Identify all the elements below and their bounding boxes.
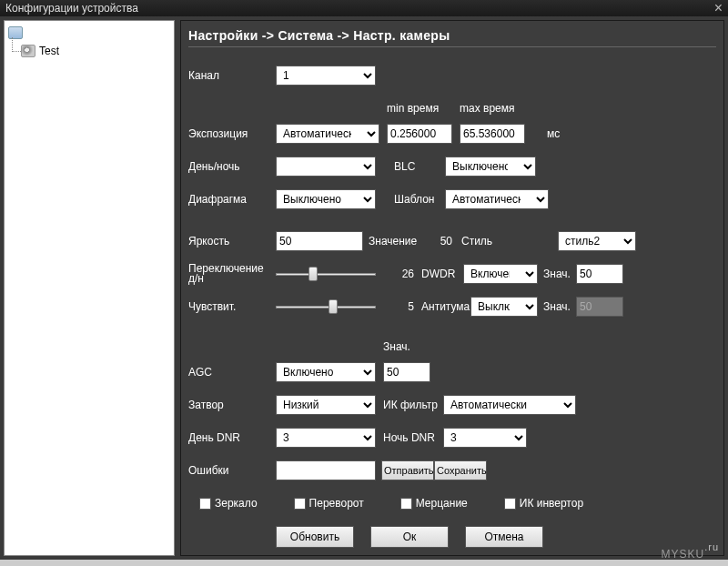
- tree-item-label: Test: [39, 45, 59, 57]
- switch-dn-slider[interactable]: [276, 264, 376, 284]
- label-switch-dn: Переключение д/н: [188, 264, 276, 284]
- label-value: Значение: [369, 235, 423, 248]
- style-select[interactable]: стиль2: [558, 231, 636, 251]
- tree-item-test[interactable]: Test: [8, 43, 170, 59]
- ir-invert-checkbox[interactable]: ИК инвертор: [504, 497, 583, 510]
- max-time-input[interactable]: [460, 124, 525, 144]
- titlebar: Конфигурации устройства ×: [0, 0, 728, 16]
- agc-val-input[interactable]: [383, 362, 430, 382]
- window-title: Конфигурации устройства: [5, 2, 138, 15]
- label-antifog-val: Знач.: [543, 300, 576, 313]
- camera-settings-form: Канал 1 min время max время Экспозиция А…: [188, 64, 716, 548]
- aperture-select[interactable]: Выключено: [276, 189, 376, 209]
- flip-checkbox[interactable]: Переворот: [294, 497, 364, 510]
- day-night-select[interactable]: [276, 157, 376, 177]
- label-ir-filter: ИК фильтр: [383, 399, 443, 411]
- label-max-time: max время: [460, 102, 532, 115]
- flicker-checkbox[interactable]: Мерцание: [400, 497, 468, 510]
- brightness-value: 50: [423, 235, 452, 248]
- sensitivity-slider[interactable]: [276, 297, 376, 317]
- label-sensitivity: Чувствит.: [188, 300, 276, 313]
- min-time-input[interactable]: [387, 124, 452, 144]
- sensitivity-value: 5: [389, 300, 414, 313]
- save-button[interactable]: Сохранить: [434, 460, 487, 480]
- device-root-icon: [8, 26, 23, 39]
- ir-filter-select[interactable]: Автоматически: [443, 395, 576, 415]
- label-day-dnr: День DNR: [188, 431, 276, 444]
- label-min-time: min время: [387, 102, 460, 115]
- breadcrumb: Настройки -> Система -> Настр. камеры: [188, 26, 716, 47]
- brightness-input[interactable]: [276, 231, 363, 251]
- label-agc-val: Знач.: [383, 340, 410, 353]
- window-body: Test Настройки -> Система -> Настр. каме…: [0, 16, 728, 560]
- main-panel: Настройки -> Система -> Настр. камеры Ка…: [180, 20, 724, 556]
- label-day-night: День/ночь: [188, 160, 276, 173]
- label-style: Стиль: [461, 235, 507, 248]
- label-dwdr-val: Знач.: [543, 268, 576, 280]
- label-errors: Ошибки: [188, 464, 276, 477]
- ok-button[interactable]: Ок: [370, 526, 449, 548]
- label-dwdr: DWDR: [421, 268, 463, 280]
- night-dnr-select[interactable]: 3: [443, 428, 527, 448]
- shutter-select[interactable]: Низкий: [276, 395, 376, 415]
- device-tree: Test: [4, 20, 175, 556]
- dwdr-select[interactable]: Включено: [463, 264, 538, 284]
- watermark: MYSKU.ru: [661, 541, 719, 562]
- label-night-dnr: Ночь DNR: [383, 431, 443, 444]
- switch-dn-value: 26: [389, 268, 414, 280]
- close-icon[interactable]: ×: [714, 0, 723, 16]
- label-ms: мс: [547, 127, 560, 140]
- config-window: Конфигурации устройства × Test Настройки…: [0, 0, 728, 552]
- send-button[interactable]: Отправить: [381, 460, 434, 480]
- agc-select[interactable]: Включено: [276, 362, 376, 382]
- label-template: Шаблон: [394, 193, 445, 206]
- cancel-button[interactable]: Отмена: [465, 526, 543, 548]
- tree-root[interactable]: [8, 25, 170, 41]
- label-blc: BLC: [394, 160, 445, 173]
- camera-icon: [21, 45, 35, 57]
- label-exposure: Экспозиция: [188, 127, 276, 140]
- label-channel: Канал: [188, 69, 276, 82]
- template-select[interactable]: Автоматически: [445, 189, 549, 209]
- antifog-select[interactable]: Выключен: [470, 297, 538, 317]
- label-antifog: Антитума: [421, 300, 470, 313]
- antifog-val-input: [576, 297, 623, 317]
- label-shutter: Затвор: [188, 399, 276, 411]
- label-brightness: Яркость: [188, 235, 276, 248]
- mirror-checkbox[interactable]: Зеркало: [199, 497, 258, 510]
- label-agc: AGC: [188, 366, 276, 379]
- day-dnr-select[interactable]: 3: [276, 428, 376, 448]
- errors-input[interactable]: [276, 460, 376, 480]
- channel-select[interactable]: 1: [276, 66, 376, 86]
- exposure-select[interactable]: Автоматически: [276, 124, 379, 144]
- dwdr-val-input[interactable]: [576, 264, 623, 284]
- refresh-button[interactable]: Обновить: [276, 526, 354, 548]
- label-aperture: Диафрагма: [188, 193, 276, 206]
- blc-select[interactable]: Выключено: [445, 157, 536, 177]
